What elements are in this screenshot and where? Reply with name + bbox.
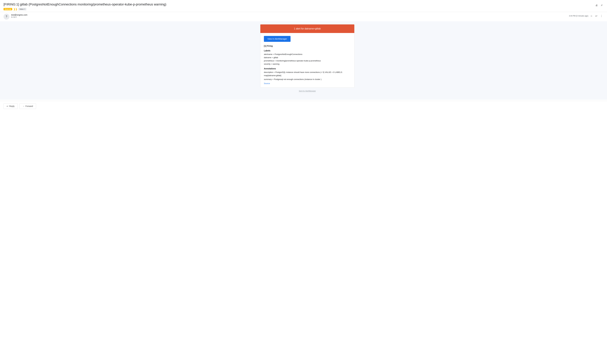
tag-inbox-close[interactable]: ×	[24, 8, 25, 10]
forward-footer-icon: →	[23, 105, 25, 107]
tag-inbox-label: Inbox	[20, 8, 24, 10]
sent-by-link[interactable]: Sent by AlertManager	[299, 90, 316, 92]
alert-card: 1 alert for datname=gitlab View In Alert…	[260, 24, 354, 88]
email-subject-area: [FIRING:1] gitlab (PostgresNotEnoughConn…	[3, 2, 594, 11]
label-alertname: alertname = PostgresNotEnoughConnections	[264, 53, 351, 56]
tag-arrow-icon: ❯❯	[13, 8, 17, 11]
star-icon: ☆	[590, 14, 593, 17]
reply-footer-label: Reply	[9, 105, 14, 107]
source-link-container: Source	[264, 82, 351, 85]
avatar-char: ?	[6, 15, 7, 18]
sender-to-dropdown-icon[interactable]: ▾	[16, 16, 17, 18]
forward-footer-button[interactable]: → Forward	[19, 103, 36, 109]
tag-row: External ❯❯ Inbox ×	[3, 8, 594, 11]
sender-row: ? test@ongres.com to me ▾ 3:44 PM (0 min…	[0, 12, 607, 21]
label-prometheus: prometheus = monitoring/prometheus-opera…	[264, 59, 351, 63]
email-view: [FIRING:1] gitlab (PostgresNotEnoughConn…	[0, 0, 607, 364]
reply-button[interactable]: ↩	[594, 14, 598, 18]
tag-external[interactable]: External	[3, 8, 12, 10]
alert-header-bar: 1 alert for datname=gitlab	[260, 25, 354, 33]
tag-inbox[interactable]: Inbox ×	[18, 8, 26, 11]
annotations-title: Annotations	[264, 67, 351, 70]
view-alertmanager-button[interactable]: View In AlertManager	[264, 36, 291, 42]
sender-to-label: to me	[11, 16, 16, 18]
alert-header-text: 1 alert for datname=gitlab	[294, 27, 321, 30]
labels-title: Labels	[264, 50, 351, 52]
header-actions: 🖨 ➚	[594, 3, 604, 8]
firing-title: [1] Firing	[264, 45, 351, 47]
sent-by: Sent by AlertManager	[11, 88, 604, 93]
label-datname: datname = gitlab	[264, 56, 351, 59]
forward-footer-label: Forward	[26, 105, 33, 107]
email-content-wrapper: 1 alert for datname=gitlab View In Alert…	[11, 21, 604, 96]
reply-icon: ↩	[595, 14, 597, 17]
source-link[interactable]: Source	[264, 82, 270, 85]
annotation-summary: summary = Postgresql not enough connecti…	[264, 78, 351, 81]
email-subject: [FIRING:1] gitlab (PostgresNotEnoughConn…	[3, 2, 594, 7]
print-button[interactable]: 🖨	[594, 3, 599, 8]
email-footer: ↩ Reply → Forward	[0, 101, 607, 111]
sender-time-area: 3:44 PM (0 minutes ago) ☆ ↩ ⋮	[569, 14, 604, 18]
sender-name: test@ongres.com	[11, 14, 567, 16]
open-new-icon: ➚	[601, 4, 603, 7]
more-vert-icon: ⋮	[600, 14, 603, 17]
print-icon: 🖨	[595, 4, 598, 7]
star-button[interactable]: ☆	[590, 14, 593, 18]
label-severity: severity = warning	[264, 63, 351, 66]
more-options-button[interactable]: ⋮	[599, 14, 604, 18]
annotation-description: description = PostgreSQL instance should…	[264, 71, 351, 77]
email-header: [FIRING:1] gitlab (PostgresNotEnoughConn…	[0, 0, 607, 12]
sender-to: to me ▾	[11, 16, 567, 18]
reply-footer-button[interactable]: ↩ Reply	[3, 103, 18, 109]
open-in-new-button[interactable]: ➚	[600, 3, 604, 8]
email-body: 1 alert for datname=gitlab View In Alert…	[0, 21, 607, 100]
sender-info: test@ongres.com to me ▾	[11, 14, 567, 18]
reply-footer-icon: ↩	[7, 105, 8, 107]
email-time: 3:44 PM (0 minutes ago)	[569, 15, 588, 17]
avatar: ?	[3, 14, 9, 20]
alert-body: View In AlertManager [1] Firing Labels a…	[260, 33, 354, 88]
labels-list: alertname = PostgresNotEnoughConnections…	[264, 53, 351, 66]
